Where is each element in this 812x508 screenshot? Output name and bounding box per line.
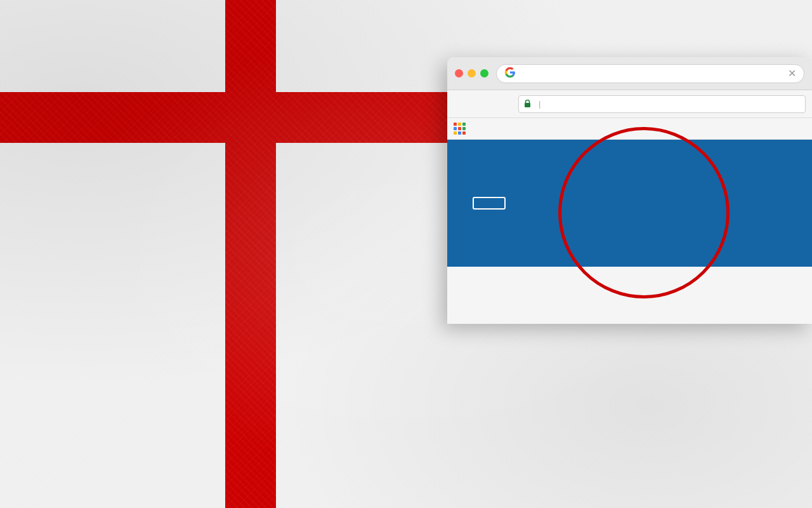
close-button[interactable] [455,69,463,77]
address-bar[interactable]: | [518,95,806,113]
search-bar[interactable]: ✕ [496,64,804,83]
url-separator: | [539,99,540,109]
browser-navbar: | [447,90,812,118]
browser-titlebar: ✕ [447,57,812,90]
promo-section [0,165,419,203]
clear-search-icon[interactable]: ✕ [788,67,796,79]
browser-content [447,140,812,267]
back-nav-button[interactable] [454,95,471,113]
browser-window: ✕ | [447,57,812,324]
maximize-button[interactable] [480,69,488,77]
google-logo-icon [504,67,516,81]
home-button[interactable] [473,197,506,210]
secure-lock-icon [524,100,531,108]
forward-nav-button[interactable] [475,95,493,113]
refresh-nav-button[interactable] [497,95,514,113]
browser-bookmarks-bar [447,118,812,140]
minimize-button[interactable] [468,69,476,77]
traffic-lights [455,69,488,77]
svg-rect-0 [525,103,530,107]
apps-grid-icon [454,123,466,135]
